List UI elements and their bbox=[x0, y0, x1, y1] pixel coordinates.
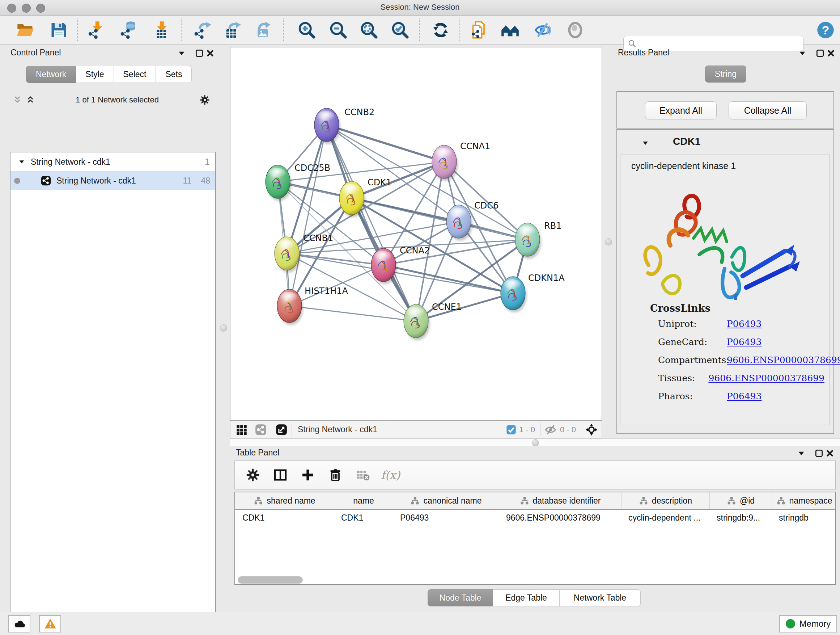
tab-select[interactable]: Select bbox=[114, 66, 156, 83]
tab-style[interactable]: Style bbox=[76, 66, 114, 83]
network-node[interactable] bbox=[275, 237, 301, 272]
cloud-button[interactable] bbox=[8, 615, 30, 632]
panel-menu-icon[interactable] bbox=[177, 49, 186, 58]
control-panel: Control Panel Network Style Select Sets … bbox=[0, 44, 217, 612]
table-cell[interactable]: CDK1 bbox=[334, 513, 393, 523]
network-collection-row[interactable]: String Network - cdk1 1 bbox=[11, 152, 215, 171]
network-node[interactable] bbox=[277, 289, 303, 325]
zoom-selected-icon[interactable] bbox=[390, 21, 410, 40]
table-row[interactable]: CDK1CDK1P064939606.ENSP00000378699cyclin… bbox=[235, 510, 835, 526]
network-canvas[interactable]: CCNB2CCNA1CDC25BCDK1CDC6RB1CCNB1CCNA2CDK… bbox=[230, 47, 602, 421]
selected-checkbox-icon[interactable] bbox=[505, 423, 517, 437]
table-cell[interactable]: CDK1 bbox=[235, 513, 334, 523]
column-header-name[interactable]: name bbox=[334, 492, 393, 509]
expand-all-icon[interactable] bbox=[26, 95, 35, 105]
network-edge[interactable] bbox=[416, 293, 513, 321]
collapse-all-icon[interactable] bbox=[13, 95, 22, 105]
column-header-description[interactable]: description bbox=[621, 492, 709, 509]
tab-network[interactable]: Network bbox=[26, 66, 76, 83]
panel-float-icon[interactable] bbox=[814, 448, 824, 458]
network-node[interactable] bbox=[314, 108, 340, 144]
column-header-shared-name[interactable]: shared name bbox=[235, 492, 334, 509]
tab-string[interactable]: String bbox=[705, 65, 746, 82]
column-header-canonical-name[interactable]: canonical name bbox=[393, 492, 499, 509]
column-header-@id[interactable]: @id bbox=[709, 492, 772, 509]
horizontal-splitter-handle[interactable] bbox=[532, 439, 539, 447]
network-edge[interactable] bbox=[287, 253, 384, 265]
expand-all-button[interactable]: Expand All bbox=[645, 101, 717, 119]
card-collapse-icon[interactable] bbox=[641, 139, 650, 147]
tab-sets[interactable]: Sets bbox=[156, 66, 192, 83]
delete-column-icon[interactable] bbox=[325, 466, 346, 484]
memory-button[interactable]: Memory bbox=[779, 615, 837, 632]
export-table-icon[interactable] bbox=[223, 21, 243, 40]
network-options-gear-icon[interactable] bbox=[199, 95, 210, 105]
panel-close-icon[interactable] bbox=[825, 448, 835, 458]
panel-menu-icon[interactable] bbox=[798, 49, 807, 58]
export-image-icon[interactable] bbox=[252, 21, 272, 40]
import-network-file-icon[interactable] bbox=[86, 21, 106, 40]
show-all-icon[interactable] bbox=[565, 21, 585, 40]
warnings-button[interactable] bbox=[39, 615, 61, 632]
table-options-gear-icon[interactable] bbox=[243, 466, 263, 484]
network-edge[interactable] bbox=[327, 125, 527, 240]
export-network-icon[interactable] bbox=[193, 21, 213, 40]
hide-selection-icon[interactable] bbox=[533, 21, 553, 40]
table-cell[interactable]: stringdb:9... bbox=[709, 513, 772, 523]
network-node[interactable] bbox=[371, 249, 397, 284]
protein-structure-image bbox=[631, 180, 819, 300]
network-edge[interactable] bbox=[289, 306, 416, 321]
panel-float-icon[interactable] bbox=[815, 49, 825, 58]
crosslink-link[interactable]: P06493 bbox=[727, 391, 761, 402]
node-table[interactable]: shared namenamecanonical namedatabase id… bbox=[234, 492, 836, 585]
table-cell[interactable]: 9606.ENSP00000378699 bbox=[499, 513, 621, 523]
crosslink-link[interactable]: P06493 bbox=[727, 318, 761, 329]
column-header-database-identifier[interactable]: database identifier bbox=[499, 492, 621, 509]
collection-expand-icon[interactable] bbox=[18, 158, 26, 166]
panel-close-icon[interactable] bbox=[826, 49, 836, 58]
node-label: CCNB2 bbox=[344, 107, 374, 117]
open-session-icon[interactable] bbox=[15, 21, 35, 40]
import-network-database-icon[interactable] bbox=[119, 21, 139, 40]
table-cell[interactable]: cyclin-dependent ... bbox=[621, 513, 709, 523]
tab-node-table[interactable]: Node Table bbox=[428, 589, 493, 606]
open-in-window-icon[interactable] bbox=[274, 423, 289, 437]
network-edge[interactable] bbox=[289, 265, 384, 306]
network-node[interactable] bbox=[501, 277, 527, 312]
column-header-namespace[interactable]: namespace bbox=[772, 492, 836, 509]
first-neighbors-icon[interactable] bbox=[500, 21, 520, 40]
birdseye-grid-icon[interactable] bbox=[234, 423, 248, 437]
import-table-icon[interactable] bbox=[150, 21, 171, 40]
network-edge[interactable] bbox=[384, 265, 513, 293]
apply-layout-icon[interactable] bbox=[431, 21, 451, 40]
panel-close-icon[interactable] bbox=[205, 49, 215, 58]
table-cell[interactable]: P06493 bbox=[393, 513, 499, 523]
tab-network-table[interactable]: Network Table bbox=[560, 589, 641, 606]
vertical-splitter-handle-left[interactable] bbox=[220, 325, 227, 332]
tab-edge-table[interactable]: Edge Table bbox=[493, 589, 560, 606]
crosslink-link[interactable]: P06493 bbox=[727, 337, 761, 347]
table-cell[interactable]: stringdb bbox=[772, 513, 836, 523]
crosslink-link[interactable]: 9606.ENSP00000378699 bbox=[708, 373, 824, 383]
collapse-all-button[interactable]: Collapse All bbox=[729, 101, 807, 119]
zoom-in-icon[interactable] bbox=[297, 21, 317, 40]
fit-selected-crosshair-icon[interactable] bbox=[584, 423, 599, 437]
save-session-icon[interactable] bbox=[49, 21, 69, 40]
crosslink-link[interactable]: 9606.ENSP00000378699 bbox=[727, 355, 840, 365]
create-column-icon[interactable] bbox=[298, 466, 318, 484]
network-graph[interactable]: CCNB2CCNA1CDC25BCDK1CDC6RB1CCNB1CCNA2CDK… bbox=[231, 48, 602, 420]
network-node[interactable] bbox=[404, 304, 430, 340]
network-node[interactable] bbox=[515, 223, 541, 259]
zoom-fit-icon[interactable] bbox=[359, 21, 379, 40]
network-node[interactable] bbox=[447, 205, 472, 241]
panel-float-icon[interactable] bbox=[195, 49, 204, 58]
zoom-out-icon[interactable] bbox=[328, 21, 348, 40]
table-horizontal-scrollbar[interactable] bbox=[238, 576, 303, 584]
panel-menu-icon[interactable] bbox=[797, 448, 806, 458]
horizontal-splitter[interactable] bbox=[230, 439, 840, 446]
show-columns-icon[interactable] bbox=[270, 466, 291, 484]
network-row[interactable]: String Network - cdk1 11 48 bbox=[11, 171, 215, 190]
help-icon[interactable]: ? bbox=[815, 21, 836, 40]
new-network-from-selection-icon[interactable] bbox=[469, 21, 489, 40]
network-edge[interactable] bbox=[327, 125, 444, 162]
